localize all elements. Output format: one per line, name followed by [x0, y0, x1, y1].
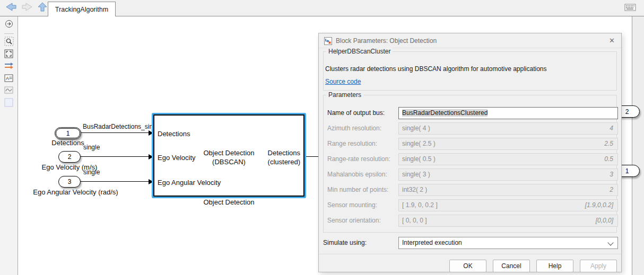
inport-2-number: 2	[68, 153, 72, 161]
simulate-using-select[interactable]: Interpreted execution	[398, 237, 618, 249]
cancel-button[interactable]: Cancel	[493, 260, 530, 272]
inport-3-label: Ego Angular Velocity (rad/s)	[16, 188, 135, 196]
keyboard-shortcuts-button[interactable]	[624, 4, 637, 13]
arrowhead-icon	[149, 179, 153, 184]
min-number-of-points-field: int32( 2 ) 2	[398, 184, 618, 196]
block-parameters-icon	[324, 37, 332, 47]
param-label-azimuth: Azimuth resolution:	[327, 125, 381, 132]
evaluated-value: 3	[610, 169, 613, 180]
range-rate-resolution-field: single( 0.5 ) 0.5	[398, 153, 618, 165]
param-label-output-bus: Name of output bus:	[327, 109, 385, 117]
name-of-output-bus-field[interactable]: BusRadarDetectionsClustered	[398, 107, 618, 119]
model-tab[interactable]: TrackingAlgorithm	[48, 2, 116, 16]
field-text: BusRadarDetectionsClustered	[402, 109, 488, 117]
inport-2-label: Ego Velocity (m/s)	[19, 163, 120, 171]
outport-2-number: 2	[625, 108, 629, 116]
block-port-label: Ego Angular Velocity	[158, 179, 221, 187]
zoom-region-icon	[4, 37, 14, 48]
signal-viewer-button[interactable]	[3, 85, 15, 97]
signal-line-3[interactable]	[81, 181, 149, 182]
evaluated-value: 4	[610, 123, 613, 134]
apply-button[interactable]: Apply	[580, 260, 617, 272]
help-button[interactable]: Help	[536, 260, 573, 272]
signal-curve-icon	[4, 86, 13, 96]
chevron-down-icon	[607, 239, 613, 245]
block-output-label: Detections (clustered)	[268, 148, 300, 166]
arrowhead-icon	[149, 130, 153, 136]
parameters-legend: Parameters	[326, 91, 363, 99]
evaluated-value: 0.5	[604, 154, 613, 165]
object-detection-block[interactable]: Detections Ego Velocity Ego Angular Velo…	[153, 114, 304, 197]
helper-legend: HelperDBScanCluster	[326, 48, 393, 55]
source-code-link[interactable]: Source code	[325, 78, 361, 85]
forward-arrow-icon	[21, 2, 33, 14]
arrowhead-icon	[149, 154, 153, 159]
model-tab-label: TrackingAlgorithm	[55, 6, 108, 13]
evaluated-value: 2.5	[604, 138, 613, 149]
forward-button[interactable]	[21, 3, 33, 13]
dialog-buttons: OK Cancel Help Apply	[449, 260, 617, 272]
signal-line-1[interactable]	[81, 132, 149, 133]
fit-to-view-icon	[4, 49, 13, 60]
svg-text:A: A	[6, 76, 9, 81]
back-button[interactable]	[5, 3, 18, 13]
sensor-mounting-field: [ 1.9, 0, 0.2 ] [1.9,0,0.2]	[398, 199, 618, 211]
outport-1-number: 1	[625, 167, 629, 175]
close-icon[interactable]: ✕	[609, 33, 615, 48]
param-label-mahalanobis: Mahalanobis epsilon:	[327, 171, 387, 178]
evaluated-value: [0,0,0]	[596, 215, 613, 226]
fit-to-view-button[interactable]	[3, 49, 15, 60]
signal-line-2[interactable]	[81, 156, 149, 157]
simulate-using-label: Simulate using:	[323, 239, 367, 246]
keyboard-icon	[624, 4, 636, 13]
dialog-title: Block Parameters: Object Detection	[336, 33, 437, 48]
hide-browser-button[interactable]	[3, 19, 15, 31]
inport-3-number: 3	[68, 178, 72, 185]
dialog-titlebar[interactable]: Block Parameters: Object Detection ✕	[319, 33, 621, 48]
annotation-button[interactable]: A	[3, 73, 15, 85]
back-arrow-icon	[5, 2, 17, 14]
annotation-icon: A	[4, 74, 13, 84]
sensor-orientation-field: [ 0, 0, 0 ] [0,0,0]	[398, 215, 618, 227]
param-label-sensor-orientation: Sensor orientation:	[327, 217, 381, 224]
evaluated-value: [1.9,0,0.2]	[585, 200, 613, 211]
range-resolution-field: single( 2.5 ) 2.5	[398, 138, 618, 150]
mahalanobis-epsilon-field: single( 3 ) 3	[398, 168, 618, 181]
block-parameters-dialog: Block Parameters: Object Detection ✕ Hel…	[318, 33, 622, 272]
output-signal-line[interactable]	[306, 156, 319, 157]
zoom-selection-button[interactable]	[3, 37, 15, 48]
param-label-sensor-mounting: Sensor mounting:	[327, 201, 377, 209]
circle-arrow-icon	[5, 20, 13, 30]
inport-1[interactable]: 1	[55, 127, 81, 139]
signal-label-3: single	[83, 168, 100, 176]
up-arrow-icon	[37, 2, 48, 14]
palette-divider	[4, 33, 14, 34]
param-label-min-points: Min number of points:	[327, 186, 388, 193]
inport-3[interactable]: 3	[58, 176, 81, 188]
signal-label-2: single	[83, 144, 100, 151]
signal-lines-button[interactable]	[3, 61, 15, 73]
footer-divider	[319, 254, 621, 254]
viewport-square-icon	[4, 98, 13, 109]
block-description: Clusters radar detections using DBSCAN a…	[325, 65, 547, 73]
palette-sidebar: A	[0, 16, 18, 275]
param-label-range-rate: Range-rate resolution:	[327, 155, 390, 163]
block-caption: Object Detection	[153, 198, 304, 206]
canvas-right-edge	[632, 16, 644, 275]
selected-option: Interpreted execution	[402, 239, 462, 246]
inport-1-number: 1	[66, 130, 70, 137]
inport-2[interactable]: 2	[58, 151, 81, 163]
up-to-parent-button[interactable]	[36, 3, 49, 13]
signal-label-1: BusRadarDetections_single	[83, 123, 161, 130]
toolbar: TrackingAlgorithm	[0, 0, 644, 16]
viewport-button[interactable]	[3, 97, 15, 109]
evaluated-value: 2	[610, 184, 613, 196]
block-port-label: Detections	[158, 130, 190, 138]
azimuth-resolution-field: single( 4 ) 4	[398, 122, 618, 135]
dual-arrows-icon	[4, 62, 14, 72]
ok-button[interactable]: OK	[449, 260, 486, 272]
param-label-range: Range resolution:	[327, 140, 377, 147]
simulink-window: TrackingAlgorithm	[0, 0, 644, 275]
